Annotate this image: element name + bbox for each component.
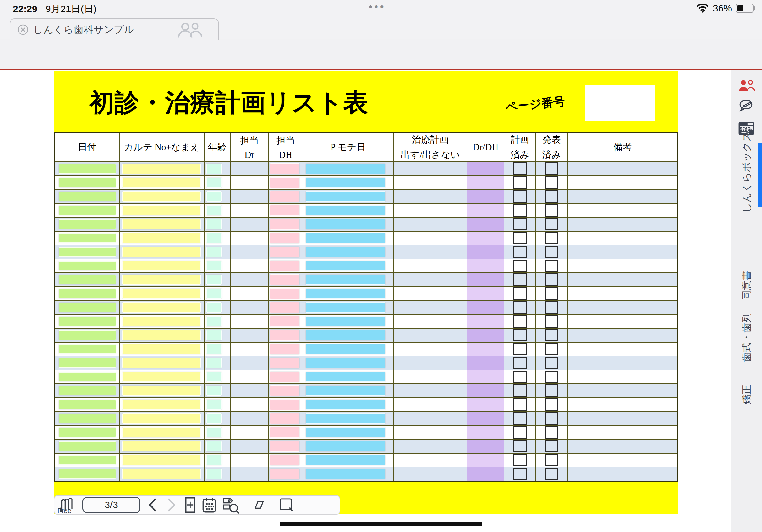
checkbox-presented[interactable]: [545, 384, 559, 397]
checkbox-plan_done[interactable]: [513, 384, 527, 397]
checkbox-plan_done[interactable]: [513, 454, 527, 466]
field-karte[interactable]: [122, 316, 201, 327]
field-dh[interactable]: [270, 441, 299, 452]
field-karte[interactable]: [122, 469, 201, 479]
field-date[interactable]: [59, 317, 116, 326]
field-dh[interactable]: [270, 261, 299, 271]
checkbox-presented[interactable]: [545, 343, 559, 355]
field-dh[interactable]: [270, 358, 299, 368]
field-karte[interactable]: [122, 413, 201, 424]
checkbox-plan_done[interactable]: [513, 440, 527, 452]
checkbox-plan_done[interactable]: [513, 245, 527, 258]
field-age[interactable]: [206, 344, 222, 354]
field-date[interactable]: [59, 178, 116, 187]
field-karte[interactable]: [122, 247, 201, 257]
checkbox-plan_done[interactable]: [513, 329, 527, 341]
field-karte[interactable]: [122, 372, 201, 382]
field-karte[interactable]: [122, 261, 201, 271]
annotation-chat-icon[interactable]: [736, 98, 757, 112]
field-karte[interactable]: [122, 233, 201, 243]
field-dh[interactable]: [270, 288, 299, 299]
field-karte[interactable]: [122, 178, 201, 188]
field-age[interactable]: [206, 386, 222, 396]
field-date[interactable]: [59, 345, 116, 354]
checkbox-plan_done[interactable]: [513, 287, 527, 300]
field-pmochi[interactable]: [306, 233, 385, 243]
field-dh[interactable]: [270, 316, 299, 327]
checkbox-plan_done[interactable]: [513, 162, 527, 175]
checkbox-presented[interactable]: [545, 301, 559, 313]
checkbox-plan_done[interactable]: [513, 204, 527, 217]
checkbox-presented[interactable]: [545, 176, 559, 189]
field-pmochi[interactable]: [306, 372, 385, 382]
field-date[interactable]: [59, 455, 116, 465]
checkbox-plan_done[interactable]: [513, 260, 527, 272]
field-date[interactable]: [59, 303, 116, 312]
field-age[interactable]: [206, 413, 222, 424]
field-date[interactable]: [59, 372, 116, 382]
field-age[interactable]: [206, 400, 222, 410]
tab-close-icon[interactable]: [17, 24, 29, 35]
field-age[interactable]: [206, 164, 222, 174]
field-dh[interactable]: [270, 274, 299, 285]
free-scroll-mode-button[interactable]: Free: [59, 497, 77, 513]
next-page-button[interactable]: [165, 498, 179, 512]
field-pmochi[interactable]: [306, 261, 385, 271]
field-pmochi[interactable]: [306, 219, 385, 229]
field-pmochi[interactable]: [306, 178, 385, 188]
checkbox-plan_done[interactable]: [513, 232, 527, 244]
checkbox-presented[interactable]: [545, 357, 559, 369]
field-date[interactable]: [59, 428, 116, 437]
checkbox-presented[interactable]: [545, 260, 559, 272]
field-age[interactable]: [206, 233, 222, 243]
field-age[interactable]: [206, 441, 222, 451]
page-indicator[interactable]: 3/3: [82, 497, 140, 513]
checkbox-plan_done[interactable]: [513, 468, 527, 480]
checkbox-plan_done[interactable]: [513, 412, 527, 425]
field-date[interactable]: [59, 247, 116, 257]
field-karte[interactable]: [122, 219, 201, 229]
home-indicator[interactable]: [279, 522, 483, 526]
field-date[interactable]: [59, 386, 116, 395]
field-age[interactable]: [206, 302, 222, 312]
checkbox-presented[interactable]: [545, 454, 559, 466]
checkbox-presented[interactable]: [545, 232, 559, 244]
field-age[interactable]: [206, 261, 222, 271]
add-page-button[interactable]: [184, 496, 196, 513]
field-dh[interactable]: [270, 371, 299, 382]
field-date[interactable]: [59, 330, 116, 340]
patients-icon[interactable]: [736, 79, 757, 93]
document-page[interactable]: 初診・治療計画リスト表 ページ番号 日付カルテ No+なまえ年齢担当Dr担当DH…: [54, 71, 678, 513]
field-age[interactable]: [206, 330, 222, 340]
checkbox-presented[interactable]: [545, 218, 559, 230]
checkbox-plan_done[interactable]: [513, 426, 527, 438]
sidebar-item-dental-chart[interactable]: 歯式・歯列: [740, 313, 753, 362]
field-pmochi[interactable]: [306, 302, 385, 312]
field-age[interactable]: [206, 316, 222, 327]
field-date[interactable]: [59, 275, 116, 285]
skew-shape-button[interactable]: [251, 498, 268, 512]
field-pmochi[interactable]: [306, 289, 385, 299]
field-karte[interactable]: [122, 386, 201, 396]
field-age[interactable]: [206, 455, 222, 465]
field-date[interactable]: [59, 164, 116, 173]
field-dh[interactable]: [270, 163, 299, 174]
field-karte[interactable]: [122, 400, 201, 410]
field-age[interactable]: [206, 358, 222, 368]
crop-frame-button[interactable]: [278, 497, 294, 512]
field-dh[interactable]: [270, 233, 299, 244]
checkbox-presented[interactable]: [545, 329, 559, 341]
field-pmochi[interactable]: [306, 358, 385, 368]
field-dh[interactable]: [270, 413, 299, 424]
page-overview-button[interactable]: [202, 496, 217, 513]
field-dh[interactable]: [270, 330, 299, 341]
field-pmochi[interactable]: [306, 413, 385, 424]
sidebar-item-orthodontics[interactable]: 矯正: [740, 385, 753, 404]
field-pmochi[interactable]: [306, 428, 385, 437]
field-date[interactable]: [59, 469, 116, 479]
field-dh[interactable]: [270, 427, 299, 438]
field-pmochi[interactable]: [306, 205, 385, 216]
field-age[interactable]: [206, 289, 222, 299]
checkbox-plan_done[interactable]: [513, 301, 527, 313]
sidebar-item-consent-form[interactable]: 同意書: [740, 271, 753, 300]
